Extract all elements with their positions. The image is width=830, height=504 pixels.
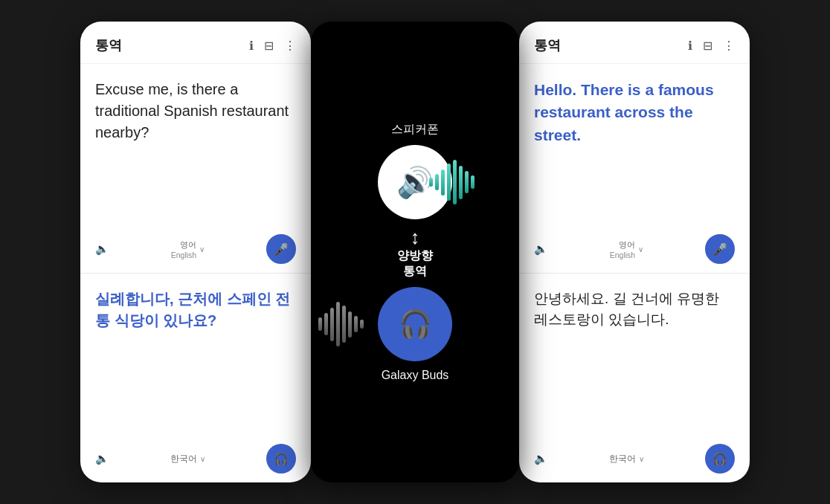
- info-icon[interactable]: ℹ: [249, 39, 254, 53]
- wave-bar-2: [435, 174, 439, 190]
- left-top-speaker-icon[interactable]: 🔈: [95, 242, 109, 256]
- left-header: 통역 ℹ ⊟ ⋮: [80, 22, 311, 64]
- left-english-text: Excuse me, is there a traditional Spanis…: [95, 79, 296, 227]
- right-info-icon[interactable]: ℹ: [688, 39, 692, 53]
- right-top-lang-ko: 영어: [619, 239, 635, 251]
- right-top-mic-icon: 🎤: [712, 242, 727, 256]
- wave-bar-8: [471, 175, 474, 189]
- right-more-icon[interactable]: ⋮: [723, 39, 735, 53]
- right-bottom-lang-label: 한국어: [609, 453, 636, 465]
- galaxy-buds-circle[interactable]: 🎧: [378, 287, 452, 361]
- wave-bar-5: [453, 160, 457, 204]
- left-top-lang-selector[interactable]: 영어 English ∨: [171, 239, 205, 259]
- right-top-speaker-icon[interactable]: 🔈: [534, 242, 548, 256]
- right-phone-card: 통역 ℹ ⊟ ⋮ Hello. There is a famous restau…: [519, 22, 750, 482]
- wave-bar-3: [441, 169, 445, 196]
- right-bottom-speaker-icon[interactable]: 🔈: [534, 452, 548, 465]
- wave-bar-bottom-1: [360, 320, 364, 329]
- right-bottom-lang-selector[interactable]: 한국어 ∨: [609, 453, 644, 465]
- wave-bar-bottom-8: [318, 317, 322, 331]
- right-top-lang-en: English: [610, 251, 635, 259]
- wave-bar-bottom-4: [342, 306, 346, 343]
- left-top-chevron-icon: ∨: [199, 245, 205, 253]
- wave-bar-bottom-5: [336, 302, 340, 346]
- left-bottom-buds-icon: 🎧: [274, 452, 289, 466]
- right-bottom-buds-icon: 🎧: [712, 452, 727, 466]
- left-title: 통역: [95, 36, 249, 54]
- bidirectional-label: 양방향통역: [397, 248, 433, 280]
- wave-bar-4: [447, 164, 451, 201]
- galaxy-buds-label: Galaxy Buds: [382, 369, 449, 382]
- left-bottom-block: 실례합니다, 근처에 스페인 전통 식당이 있나요? 🔈 한국어 ∨ 🎧: [80, 274, 311, 482]
- right-bottom-footer: 🔈 한국어 ∨ 🎧: [534, 444, 735, 474]
- left-korean-text: 실례합니다, 근처에 스페인 전통 식당이 있나요?: [95, 288, 296, 436]
- right-english-text: Hello. There is a famous restaurant acro…: [534, 79, 735, 227]
- wave-bar-6: [459, 166, 463, 199]
- right-top-footer: 🔈 영어 English ∨ 🎤: [534, 234, 735, 264]
- left-bottom-lang-label: 한국어: [170, 453, 197, 465]
- wave-bar-bottom-3: [348, 311, 352, 337]
- right-title: 통역: [534, 36, 688, 54]
- left-body: Excuse me, is there a traditional Spanis…: [80, 64, 311, 482]
- galaxy-circle-wrapper: 🎧: [378, 287, 452, 361]
- right-top-block: Hello. There is a famous restaurant acro…: [519, 64, 750, 274]
- speaker-circle-wrapper: 🔊: [378, 145, 452, 219]
- left-top-mic-button[interactable]: 🎤: [266, 234, 296, 264]
- speakerphone-label: 스피커폰: [391, 122, 439, 138]
- card-icon[interactable]: ⊟: [264, 39, 274, 53]
- right-card-icon[interactable]: ⊟: [703, 39, 712, 53]
- left-header-icons: ℹ ⊟ ⋮: [249, 39, 296, 53]
- left-bottom-mic-button[interactable]: 🎧: [266, 444, 296, 474]
- left-bottom-footer: 🔈 한국어 ∨ 🎧: [95, 444, 296, 474]
- right-top-chevron-icon: ∨: [638, 245, 643, 253]
- right-header-icons: ℹ ⊟ ⋮: [688, 39, 735, 53]
- wave-bar-bottom-2: [354, 316, 358, 332]
- right-top-lang-selector[interactable]: 영어 English ∨: [610, 239, 643, 259]
- right-body: Hello. There is a famous restaurant acro…: [519, 64, 750, 482]
- left-bottom-speaker-icon[interactable]: 🔈: [95, 452, 109, 465]
- right-top-mic-button[interactable]: 🎤: [705, 234, 735, 264]
- wave-bar-bottom-6: [330, 307, 334, 340]
- right-bottom-mic-button[interactable]: 🎧: [705, 444, 735, 474]
- bidirectional-section: ↕ 양방향통역: [397, 227, 433, 280]
- right-bottom-block: 안녕하세요. 길 건너에 유명한 레스토랑이 있습니다. 🔈 한국어 ∨ 🎧: [519, 274, 750, 482]
- center-section: 스피커폰 🔊 ↕ 양방향통역: [311, 22, 519, 482]
- arrow-down-icon: ↕: [411, 227, 420, 248]
- left-bottom-chevron-icon: ∨: [200, 455, 205, 463]
- left-bottom-lang-selector[interactable]: 한국어 ∨: [170, 453, 205, 465]
- left-phone-card: 통역 ℹ ⊟ ⋮ Excuse me, is there a tradition…: [80, 22, 311, 482]
- left-top-lang-en: English: [171, 251, 196, 259]
- wave-bar-bottom-7: [324, 313, 328, 335]
- wave-bar-7: [465, 171, 469, 193]
- speaker-wave: [429, 160, 474, 204]
- left-top-mic-icon: 🎤: [274, 242, 289, 256]
- right-header: 통역 ℹ ⊟ ⋮: [519, 22, 750, 64]
- left-top-lang-ko: 영어: [180, 239, 196, 251]
- left-top-block: Excuse me, is there a traditional Spanis…: [80, 64, 311, 274]
- right-bottom-chevron-icon: ∨: [639, 455, 644, 463]
- more-icon[interactable]: ⋮: [284, 39, 296, 53]
- left-top-footer: 🔈 영어 English ∨ 🎤: [95, 234, 296, 264]
- right-korean-text: 안녕하세요. 길 건너에 유명한 레스토랑이 있습니다.: [534, 288, 735, 436]
- wave-bar-1: [429, 178, 433, 187]
